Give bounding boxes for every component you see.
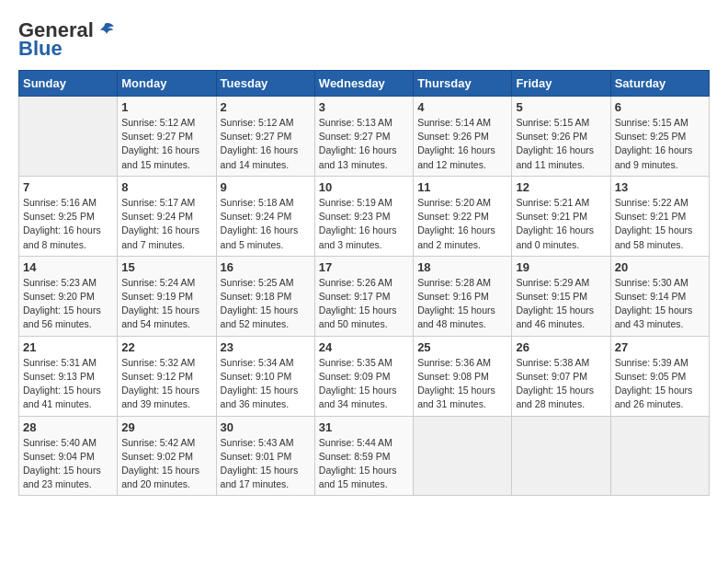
day-cell: 13Sunrise: 5:22 AMSunset: 9:21 PMDayligh… — [610, 176, 709, 256]
day-cell: 16Sunrise: 5:25 AMSunset: 9:18 PMDayligh… — [216, 256, 314, 336]
day-number: 1 — [121, 100, 211, 114]
day-number: 29 — [121, 420, 211, 434]
day-number: 8 — [121, 180, 211, 194]
day-cell: 28Sunrise: 5:40 AMSunset: 9:04 PMDayligh… — [19, 416, 118, 496]
week-row-5: 28Sunrise: 5:40 AMSunset: 9:04 PMDayligh… — [19, 416, 710, 496]
day-number: 6 — [615, 100, 705, 114]
day-info: Sunrise: 5:44 AMSunset: 8:59 PMDaylight:… — [319, 436, 409, 492]
column-header-saturday: Saturday — [610, 71, 709, 97]
day-number: 5 — [516, 100, 606, 114]
day-info: Sunrise: 5:26 AMSunset: 9:17 PMDaylight:… — [319, 276, 409, 332]
day-number: 25 — [417, 340, 507, 354]
day-cell: 31Sunrise: 5:44 AMSunset: 8:59 PMDayligh… — [314, 416, 413, 496]
day-number: 22 — [121, 340, 211, 354]
day-number: 17 — [319, 260, 409, 274]
day-number: 10 — [319, 180, 409, 194]
day-cell: 30Sunrise: 5:43 AMSunset: 9:01 PMDayligh… — [216, 416, 314, 496]
day-number: 12 — [516, 180, 606, 194]
column-header-sunday: Sunday — [19, 71, 118, 97]
column-header-thursday: Thursday — [414, 71, 512, 97]
day-number: 28 — [23, 420, 113, 434]
day-cell: 9Sunrise: 5:18 AMSunset: 9:24 PMDaylight… — [216, 176, 314, 256]
day-number: 26 — [516, 340, 606, 354]
day-info: Sunrise: 5:12 AMSunset: 9:27 PMDaylight:… — [221, 116, 311, 172]
day-number: 9 — [221, 180, 311, 194]
day-info: Sunrise: 5:36 AMSunset: 9:08 PMDaylight:… — [417, 356, 507, 412]
day-number: 18 — [417, 260, 507, 274]
day-info: Sunrise: 5:39 AMSunset: 9:05 PMDaylight:… — [615, 356, 705, 412]
day-info: Sunrise: 5:14 AMSunset: 9:26 PMDaylight:… — [417, 116, 507, 172]
day-info: Sunrise: 5:34 AMSunset: 9:10 PMDaylight:… — [221, 356, 311, 412]
day-info: Sunrise: 5:31 AMSunset: 9:13 PMDaylight:… — [23, 356, 113, 412]
calendar-table: SundayMondayTuesdayWednesdayThursdayFrid… — [18, 70, 710, 496]
week-row-1: 1Sunrise: 5:12 AMSunset: 9:27 PMDaylight… — [19, 97, 710, 177]
day-cell: 24Sunrise: 5:35 AMSunset: 9:09 PMDayligh… — [314, 336, 413, 416]
logo-bird-icon — [96, 20, 116, 40]
day-cell: 27Sunrise: 5:39 AMSunset: 9:05 PMDayligh… — [610, 336, 709, 416]
column-header-wednesday: Wednesday — [314, 71, 413, 97]
day-info: Sunrise: 5:21 AMSunset: 9:21 PMDaylight:… — [516, 196, 606, 252]
day-cell: 29Sunrise: 5:42 AMSunset: 9:02 PMDayligh… — [118, 416, 216, 496]
day-info: Sunrise: 5:43 AMSunset: 9:01 PMDaylight:… — [221, 436, 311, 492]
day-cell: 17Sunrise: 5:26 AMSunset: 9:17 PMDayligh… — [314, 256, 413, 336]
calendar-body: 1Sunrise: 5:12 AMSunset: 9:27 PMDaylight… — [19, 97, 710, 496]
day-cell: 20Sunrise: 5:30 AMSunset: 9:14 PMDayligh… — [610, 256, 709, 336]
day-number: 7 — [23, 180, 113, 194]
day-number: 2 — [221, 100, 311, 114]
day-cell: 26Sunrise: 5:38 AMSunset: 9:07 PMDayligh… — [512, 336, 610, 416]
day-number: 21 — [23, 340, 113, 354]
day-number: 11 — [417, 180, 507, 194]
day-number: 16 — [221, 260, 311, 274]
day-cell: 19Sunrise: 5:29 AMSunset: 9:15 PMDayligh… — [512, 256, 610, 336]
column-header-monday: Monday — [118, 71, 216, 97]
day-info: Sunrise: 5:28 AMSunset: 9:16 PMDaylight:… — [417, 276, 507, 332]
day-number: 19 — [516, 260, 606, 274]
day-number: 4 — [417, 100, 507, 114]
day-cell — [414, 416, 512, 496]
day-number: 23 — [221, 340, 311, 354]
day-info: Sunrise: 5:42 AMSunset: 9:02 PMDaylight:… — [121, 436, 211, 492]
day-cell: 8Sunrise: 5:17 AMSunset: 9:24 PMDaylight… — [118, 176, 216, 256]
logo: General Blue — [18, 18, 116, 61]
day-cell — [19, 97, 118, 177]
week-row-4: 21Sunrise: 5:31 AMSunset: 9:13 PMDayligh… — [19, 336, 710, 416]
day-cell: 2Sunrise: 5:12 AMSunset: 9:27 PMDaylight… — [216, 97, 314, 177]
day-cell: 11Sunrise: 5:20 AMSunset: 9:22 PMDayligh… — [414, 176, 512, 256]
week-row-2: 7Sunrise: 5:16 AMSunset: 9:25 PMDaylight… — [19, 176, 710, 256]
day-info: Sunrise: 5:32 AMSunset: 9:12 PMDaylight:… — [121, 356, 211, 412]
day-info: Sunrise: 5:23 AMSunset: 9:20 PMDaylight:… — [23, 276, 113, 332]
day-cell: 10Sunrise: 5:19 AMSunset: 9:23 PMDayligh… — [314, 176, 413, 256]
day-cell: 12Sunrise: 5:21 AMSunset: 9:21 PMDayligh… — [512, 176, 610, 256]
day-cell — [512, 416, 610, 496]
column-header-tuesday: Tuesday — [216, 71, 314, 97]
day-number: 14 — [23, 260, 113, 274]
day-cell: 22Sunrise: 5:32 AMSunset: 9:12 PMDayligh… — [118, 336, 216, 416]
day-cell: 6Sunrise: 5:15 AMSunset: 9:25 PMDaylight… — [610, 97, 709, 177]
column-header-friday: Friday — [512, 71, 610, 97]
calendar-header: SundayMondayTuesdayWednesdayThursdayFrid… — [19, 71, 710, 97]
day-cell: 21Sunrise: 5:31 AMSunset: 9:13 PMDayligh… — [19, 336, 118, 416]
day-info: Sunrise: 5:24 AMSunset: 9:19 PMDaylight:… — [121, 276, 211, 332]
day-cell: 18Sunrise: 5:28 AMSunset: 9:16 PMDayligh… — [414, 256, 512, 336]
day-cell: 1Sunrise: 5:12 AMSunset: 9:27 PMDaylight… — [118, 97, 216, 177]
day-number: 20 — [615, 260, 705, 274]
day-info: Sunrise: 5:38 AMSunset: 9:07 PMDaylight:… — [516, 356, 606, 412]
day-info: Sunrise: 5:19 AMSunset: 9:23 PMDaylight:… — [319, 196, 409, 252]
day-number: 13 — [615, 180, 705, 194]
day-cell: 7Sunrise: 5:16 AMSunset: 9:25 PMDaylight… — [19, 176, 118, 256]
day-info: Sunrise: 5:20 AMSunset: 9:22 PMDaylight:… — [417, 196, 507, 252]
header-row: SundayMondayTuesdayWednesdayThursdayFrid… — [19, 71, 710, 97]
day-info: Sunrise: 5:16 AMSunset: 9:25 PMDaylight:… — [23, 196, 113, 252]
day-info: Sunrise: 5:17 AMSunset: 9:24 PMDaylight:… — [121, 196, 211, 252]
day-info: Sunrise: 5:40 AMSunset: 9:04 PMDaylight:… — [23, 436, 113, 492]
day-info: Sunrise: 5:13 AMSunset: 9:27 PMDaylight:… — [319, 116, 409, 172]
day-number: 30 — [221, 420, 311, 434]
page-header: General Blue — [18, 18, 710, 61]
logo-blue-text: Blue — [18, 37, 63, 61]
day-info: Sunrise: 5:30 AMSunset: 9:14 PMDaylight:… — [615, 276, 705, 332]
day-info: Sunrise: 5:12 AMSunset: 9:27 PMDaylight:… — [121, 116, 211, 172]
day-info: Sunrise: 5:35 AMSunset: 9:09 PMDaylight:… — [319, 356, 409, 412]
day-cell: 4Sunrise: 5:14 AMSunset: 9:26 PMDaylight… — [414, 97, 512, 177]
week-row-3: 14Sunrise: 5:23 AMSunset: 9:20 PMDayligh… — [19, 256, 710, 336]
day-number: 31 — [319, 420, 409, 434]
